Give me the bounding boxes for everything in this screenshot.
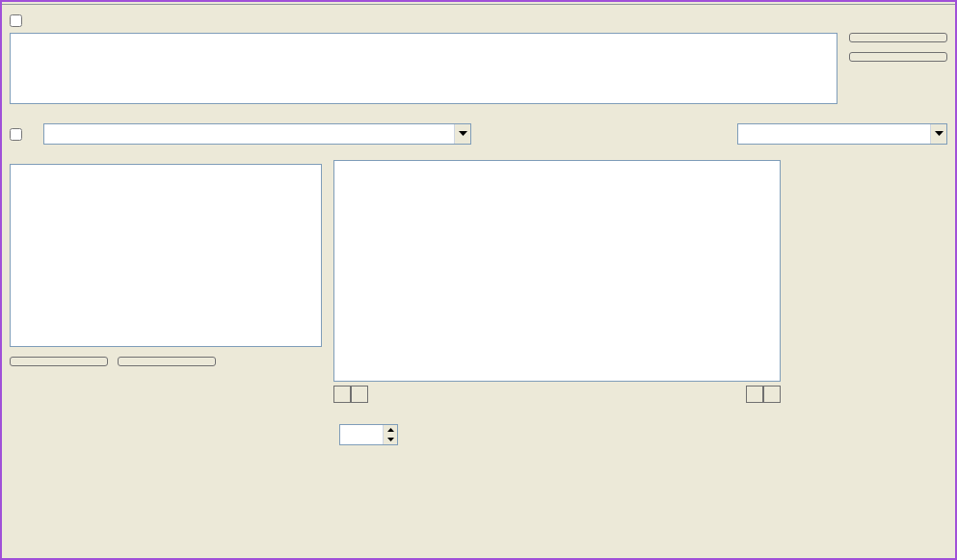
temperatures-add-button[interactable]	[10, 357, 108, 366]
x-range-plus-low-button[interactable]	[351, 386, 368, 403]
method-select[interactable]	[737, 123, 947, 145]
svg-marker-0	[459, 131, 467, 136]
spinner-down-icon[interactable]	[384, 435, 397, 444]
advanced-fan-control-checkbox[interactable]	[10, 14, 22, 27]
svg-marker-1	[935, 131, 944, 136]
panel-fan-control	[2, 5, 955, 455]
controlled-speed-select[interactable]	[43, 123, 471, 145]
chevron-down-icon[interactable]	[454, 124, 470, 144]
hysteresis-input[interactable]	[340, 425, 383, 444]
temperatures-remove-button[interactable]	[118, 357, 216, 366]
spinner-up-icon[interactable]	[384, 425, 397, 435]
svg-marker-3	[387, 438, 394, 441]
fan-controllers-remove-button[interactable]	[849, 52, 947, 62]
chevron-down-icon[interactable]	[930, 124, 946, 144]
fan-controllers-add-button[interactable]	[849, 33, 947, 42]
x-range-minus-low-button[interactable]	[333, 386, 351, 403]
controlled-speed-checkbox[interactable]	[10, 128, 22, 141]
advanced-fan-control-row	[10, 14, 947, 27]
hysteresis-stepper[interactable]	[339, 424, 398, 445]
response-chart[interactable]	[333, 160, 781, 382]
x-range-plus-high-button[interactable]	[763, 386, 781, 403]
svg-marker-2	[387, 428, 394, 432]
fan-controllers-list[interactable]	[10, 33, 837, 104]
x-range-minus-high-button[interactable]	[746, 386, 763, 403]
temperatures-list[interactable]	[10, 164, 322, 347]
